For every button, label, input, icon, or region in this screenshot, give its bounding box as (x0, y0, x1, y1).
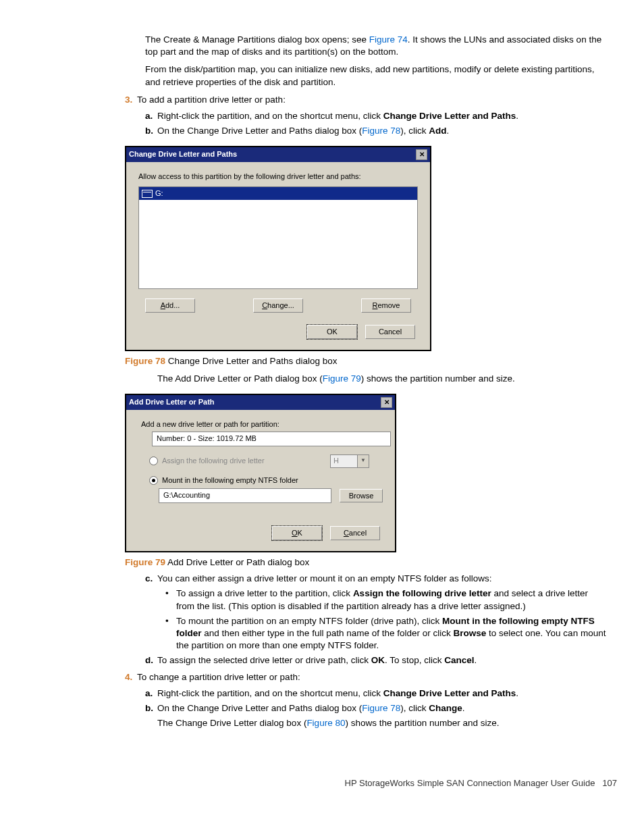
browse-button[interactable]: Browse (340, 489, 383, 503)
mount-folder-option[interactable]: Mount in the following empty NTFS folder (149, 475, 383, 486)
bullet-mount-folder: • To mount the partition on an empty NTF… (165, 615, 607, 652)
dialog2-prompt: Add a new drive letter or path for parti… (141, 419, 383, 429)
step-4-num: 4. (125, 671, 137, 683)
cancel-button[interactable]: Cancel (365, 325, 415, 339)
step-3a: a.Right-click the partition, and on the … (145, 110, 607, 122)
step-3c: c.You can either assign a drive letter o… (145, 573, 607, 585)
close-icon[interactable]: ✕ (416, 149, 427, 160)
partition-info-field: Number: 0 - Size: 1019.72 MB (152, 432, 391, 446)
link-figure-78-2[interactable]: Figure 78 (362, 703, 400, 713)
assign-letter-option[interactable]: Assign the following drive letter (149, 456, 265, 466)
drive-letter-combo[interactable]: H ▼ (330, 454, 369, 468)
folder-path-input[interactable]: G:\Accounting (159, 488, 331, 503)
add-button[interactable]: Add... (145, 298, 195, 313)
dialog2-titlebar: Add Drive Letter or Path ✕ (126, 395, 395, 410)
step-3b: b.On the Change Drive Letter and Paths d… (145, 125, 607, 137)
add-drive-letter-dialog: Add Drive Letter or Path ✕ Add a new dri… (125, 394, 396, 552)
ok-button[interactable]: OK (272, 526, 322, 540)
step-3d: d.To assign the selected drive letter or… (145, 654, 607, 667)
dialog-title: Change Drive Letter and Paths (129, 149, 237, 159)
ok-button[interactable]: OK (307, 325, 357, 339)
drive-icon (142, 190, 153, 198)
step-4b: b.On the Change Drive Letter and Paths d… (145, 702, 607, 714)
close-icon[interactable]: ✕ (381, 397, 392, 408)
dialog-prompt: Allow access to this partition by the fo… (138, 172, 418, 182)
link-figure-78-1[interactable]: Figure 78 (362, 126, 400, 136)
remove-button[interactable]: Remove (361, 298, 411, 313)
change-drive-letter-dialog: Change Drive Letter and Paths ✕ Allow ac… (125, 146, 431, 352)
intro-para-1: The Create & Manage Partitions dialog bo… (145, 34, 607, 58)
bullet-assign-letter: • To assign a drive letter to the partit… (165, 588, 607, 612)
drive-list[interactable]: G: (138, 186, 418, 289)
figure-78-caption: Figure 78 Change Drive Letter and Paths … (125, 355, 607, 367)
dialog2-title: Add Drive Letter or Path (129, 397, 215, 407)
radio-selected-icon (149, 476, 158, 485)
link-figure-74[interactable]: Figure 74 (369, 34, 408, 45)
page-footer: HP StorageWorks Simple SAN Connection Ma… (27, 777, 617, 789)
change-button[interactable]: Change... (253, 298, 303, 313)
drive-list-item-selected[interactable]: G: (139, 187, 417, 200)
step-3-num: 3. (125, 94, 137, 106)
link-figure-79-1[interactable]: Figure 79 (323, 373, 361, 384)
cancel-button[interactable]: Cancel (330, 526, 380, 540)
step-4-tail: The Change Drive Letter dialog box (Figu… (157, 717, 607, 729)
link-figure-80[interactable]: Figure 80 (306, 718, 345, 728)
figure-79-caption: Figure 79 Add Drive Letter or Path dialo… (125, 556, 607, 569)
mid-para: The Add Drive Letter or Path dialog box … (157, 373, 607, 385)
chevron-down-icon: ▼ (357, 455, 369, 467)
step-4: 4.To change a partition drive letter or … (125, 671, 607, 683)
intro-para-2: From the disk/partition map, you can ini… (145, 63, 607, 88)
dialog-titlebar: Change Drive Letter and Paths ✕ (126, 147, 430, 162)
step-4a: a.Right-click the partition, and on the … (145, 687, 607, 700)
step-3: 3.To add a partition drive letter or pat… (125, 94, 607, 106)
radio-unselected-icon (149, 457, 158, 465)
